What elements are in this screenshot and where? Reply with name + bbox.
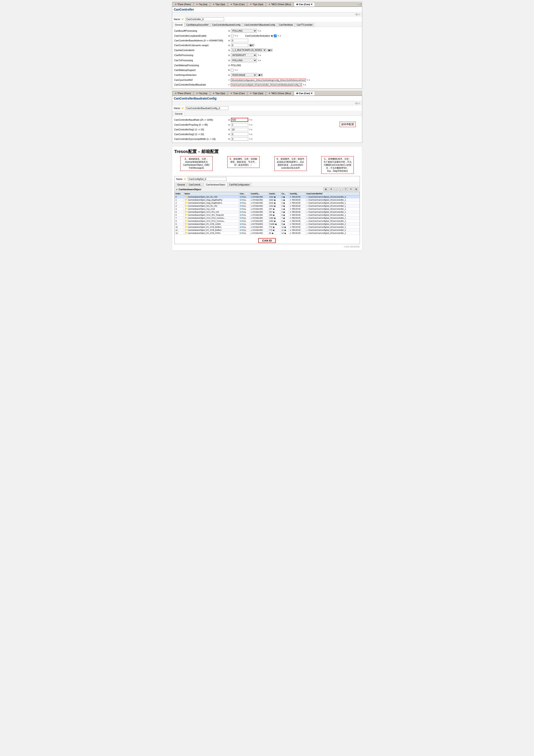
tresos-sub-tab-hwobj[interactable]: CanHardwareObject xyxy=(204,183,227,187)
tresos-name-input[interactable] xyxy=(188,177,226,181)
txproc-select[interactable]: POLLING INTERRUPT xyxy=(231,58,257,62)
seg2-edit[interactable]: ✎ ▾ xyxy=(249,133,252,136)
toolbar-edit-btn[interactable]: ✎ xyxy=(349,187,353,191)
rxproc-edit[interactable]: ✎ ▾ xyxy=(258,54,261,56)
toolbar-delete-btn[interactable]: ✕ xyxy=(329,187,333,191)
loopback-checkbox[interactable] xyxy=(231,35,234,37)
cpuclockref-edit[interactable]: ✎ ▾ xyxy=(307,79,310,81)
nav-icon-forward[interactable]: ▷ xyxy=(357,13,359,16)
wakeupsupport-checkbox[interactable] xyxy=(231,69,234,71)
tab2-mcu[interactable]: ✦ *MCU Driver (Mcu) xyxy=(266,91,293,95)
row-rxinput: CanRxInputSelection ▣ RXDCANxB RXDCANxA … xyxy=(174,72,360,78)
sub-tab2-general[interactable]: General xyxy=(173,112,185,116)
sub-tab-filtermask[interactable]: CanFilterMask xyxy=(277,23,295,27)
seg1-edit[interactable]: ✎ ▾ xyxy=(249,128,252,131)
cell-can: b FULL xyxy=(239,210,250,213)
baudrate-edit[interactable]: ✎ ▾ xyxy=(249,119,252,121)
sub-tab-fdbaudrate[interactable]: CanControllerFdBaudrateConfig xyxy=(242,23,277,27)
ctrlid-input[interactable] xyxy=(231,43,248,47)
tab2-can[interactable]: ✦ *Can (Can) xyxy=(228,91,247,95)
tab-can-active[interactable]: ⊕ Can (Can) ✕ xyxy=(294,2,315,7)
tab2-gpt[interactable]: ✦ *Gpt (Gpt) xyxy=(247,91,266,95)
sub-tab-ttcontroller[interactable]: CanTTController xyxy=(295,23,315,27)
tab2-spi[interactable]: ✦ *Spi (Spi) xyxy=(210,91,228,95)
callout-3-container: 3、 邮箱属性。注意：包括帧类型、接收/发送、节点号、ID（发送ID填0。） xyxy=(221,156,266,168)
tab2-can-active[interactable]: ⊕ Can (Can) ✕ xyxy=(294,91,315,95)
syncjump-edit[interactable]: ✎ ▾ xyxy=(249,138,252,140)
table-row[interactable]: 9 📁 CanHardwareObject_PC_HYB_12300 b FUL… xyxy=(175,223,359,226)
defaultbaud-edit[interactable]: ✎ ▾ xyxy=(303,84,306,86)
tab-can[interactable]: ✦ *Can (Can) xyxy=(228,2,247,7)
tab-pwm[interactable]: ✦ *Pwm (Pwm) xyxy=(172,2,193,7)
sub-tab-wakeup[interactable]: CanWakeupSourceRef xyxy=(185,23,210,27)
sub-tab-general[interactable]: General xyxy=(173,23,185,27)
tab2-irq[interactable]: ✦ *Irq (Irq) xyxy=(194,91,210,95)
name-input-1[interactable] xyxy=(185,17,224,21)
activation-checkbox[interactable] xyxy=(274,35,277,37)
tresos-sub-tab-general[interactable]: General xyxy=(175,183,187,187)
loopback-edit[interactable]: ✎ ▾ xyxy=(235,35,238,37)
table-row[interactable]: 1 📁 CanHardwareObject_Diag_DiagReqPhy b … xyxy=(175,199,359,202)
value-syncjump: ▣ ✎ ▾ xyxy=(228,137,360,141)
table-row[interactable]: 10 📁 CanHardwareObject_PC_HYB_Buffer1 b … xyxy=(175,226,359,229)
table-row[interactable]: 2 📁 CanHardwareObject_Diag_DiagReqFnc b … xyxy=(175,202,359,204)
toolbar-down-btn[interactable]: ↓ xyxy=(339,188,343,191)
minimize-icon[interactable]: – xyxy=(358,3,359,6)
wakeupsupport-edit[interactable]: ✎ ▾ xyxy=(234,69,238,71)
table-row[interactable]: 4 📁 CanHardwareObject_Xcp_Cmd b FULL a S… xyxy=(175,207,359,210)
ctrlid-btn[interactable]: ▣ ▾ xyxy=(249,44,254,46)
sub-tab-baudrate[interactable]: CanControllerBaudrateConfig xyxy=(210,23,242,27)
maximize-icon[interactable]: □ xyxy=(360,3,362,6)
tresos-sub-tab-canctrl[interactable]: CanControll... xyxy=(187,183,204,187)
rxinput-select[interactable]: RXDCANxB RXDCANxA xyxy=(231,73,257,77)
tresos-sub-tab-fifo[interactable]: CanFifoConfiguration xyxy=(227,183,252,187)
hwctrlid-select[interactable]: 1_2_MULTICANPLUS_NODE2 xyxy=(231,48,267,52)
name-input-2[interactable] xyxy=(185,106,228,110)
toolbar-up-btn[interactable]: ↑ xyxy=(334,188,338,191)
nav2-home[interactable]: ⌂ xyxy=(359,102,360,105)
row-rxproc: CanRxProcessing ▣ INTERRUPT POLLING ✎ ▾ xyxy=(174,53,360,58)
busoff-edit-icon[interactable]: ✎ ▾ xyxy=(258,30,261,32)
toolbar-filter-btn[interactable]: ▽ xyxy=(343,187,348,191)
name-row-2: Name 📁 xyxy=(172,105,362,111)
baudrate-input[interactable] xyxy=(231,118,248,122)
table-row[interactable]: 12 📁 CanHardwareObject_PC_HYB_FrP01 b FU… xyxy=(175,231,359,235)
tab2-pwm[interactable]: ✦ *Pwm (Pwm) xyxy=(172,91,193,95)
baseaddr-input[interactable] xyxy=(231,39,248,42)
cpuclockref-icon[interactable]: ⊕ xyxy=(228,79,230,81)
cell-ref: ⊕ /Can/Can/CanConfigSet_0/CanController_… xyxy=(305,204,359,207)
nav-icon-back[interactable]: ◁ xyxy=(355,13,357,16)
cell-id: 1483 ▣ xyxy=(268,220,281,223)
propseg-edit[interactable]: ✎ ▾ xyxy=(249,124,252,126)
table-row[interactable]: 5 📁 CanHardwareObject_VCU_IPU_Ctrl b FUL… xyxy=(175,210,359,213)
activation-edit[interactable]: ✎ ▾ xyxy=(277,35,281,37)
toolbar-copy-btn[interactable]: ⧉ xyxy=(354,187,358,191)
table-row[interactable]: 6 📁 CanHardwareObject_VCU_IPU_TorqLimit … xyxy=(175,213,359,217)
tab-spi[interactable]: ✦ *Spi (Spi) xyxy=(210,2,228,7)
syncjump-input[interactable] xyxy=(231,137,248,141)
table-row[interactable]: 7 📁 CanHardwareObject_VCU_PCU_Comma... b… xyxy=(175,217,359,220)
seg1-icon: ▣ xyxy=(228,128,230,131)
hwctrlid-btn[interactable]: ▣ ▾ xyxy=(267,49,273,51)
table-row[interactable]: 0 📁 CanHardwareObject_Nm_Rx_Ctl0 b FULL … xyxy=(175,195,359,199)
tab-gpt[interactable]: ✦ *Gpt (Gpt) xyxy=(247,2,266,7)
rxinput-btn[interactable]: ▣ ▾ xyxy=(258,74,263,76)
callout-3: 3、 邮箱属性。注意：包括帧类型、接收/发送、节点号、ID（发送ID填0。） xyxy=(227,156,260,168)
nav2-forward[interactable]: ▷ xyxy=(357,102,359,105)
value-baseaddr: ▣ xyxy=(228,39,360,42)
table-row[interactable]: 3 📁 CanHardwareObject_Nm_Rx_Ctl1 b FULL … xyxy=(175,204,359,207)
tab-irq[interactable]: ✦ *Irq (Irq) xyxy=(194,2,210,7)
txproc-edit[interactable]: ✎ ▾ xyxy=(258,59,261,62)
propseg-input[interactable] xyxy=(231,123,248,126)
rxproc-select[interactable]: INTERRUPT POLLING xyxy=(231,53,257,57)
table-row[interactable]: 8 📁 CanHardwareObject_VCU_PCU_Comma... b… xyxy=(175,220,359,223)
busoff-select[interactable]: POLLING INTERRUPT xyxy=(231,29,257,33)
nav-icon-home[interactable]: ⌂ xyxy=(359,13,360,16)
defaultbaud-icon[interactable]: ⊕ xyxy=(228,84,230,86)
seg2-input[interactable] xyxy=(231,132,248,136)
nav2-back[interactable]: ◁ xyxy=(355,102,357,105)
table-row[interactable]: 11 📁 CanHardwareObject_PC_HYB_Buffer2 b … xyxy=(175,229,359,231)
tab-mcu[interactable]: ✦ *MCU Driver (Mcu) xyxy=(266,2,293,7)
seg1-input[interactable] xyxy=(231,128,248,131)
toolbar-add-btn[interactable]: ⊕ xyxy=(323,187,328,191)
